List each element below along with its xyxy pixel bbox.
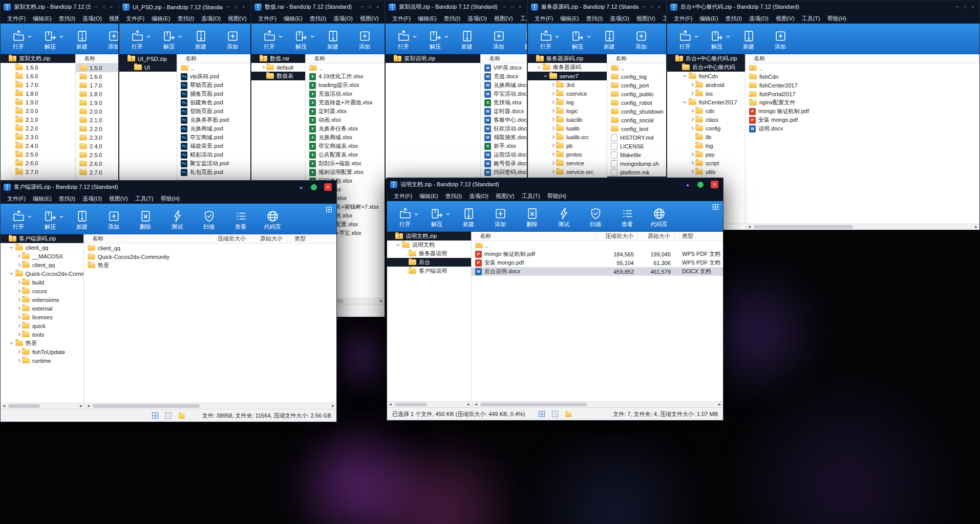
tree-item[interactable]: external (1, 304, 83, 313)
menu-item[interactable]: 编辑(E) (557, 15, 583, 23)
chevron-right-icon[interactable] (260, 64, 266, 70)
scroll-track[interactable] (7, 403, 78, 409)
menu-item[interactable]: 工具(T) (132, 195, 157, 203)
tree-item[interactable]: 1.9.0 (1, 98, 75, 106)
menu-item[interactable]: 查找(I) (442, 192, 465, 200)
menu-item[interactable]: 查找(I) (55, 195, 79, 203)
minimize-button[interactable]: ─ (94, 5, 99, 9)
tree-item[interactable]: 1.5.0 (1, 63, 75, 72)
maximize-button[interactable] (697, 182, 704, 188)
dropdown-arrow-icon[interactable] (59, 35, 63, 38)
file-row[interactable]: W狂欢活动.docx (481, 124, 527, 133)
dropdown-arrow-icon[interactable] (146, 35, 151, 38)
tree-item[interactable]: pay (667, 150, 745, 159)
file-row[interactable]: fishCenter2017 (745, 81, 979, 90)
toolbar-button-open[interactable]: 打开 (121, 25, 153, 54)
menu-item[interactable]: 查找(I) (55, 15, 79, 23)
close-button[interactable]: × (711, 181, 718, 188)
file-row[interactable]: Ps兑换券界面.psd (177, 116, 250, 124)
chevron-right-icon[interactable] (16, 279, 22, 285)
tree-item[interactable]: service-src (528, 167, 607, 176)
toolbar-button-add[interactable]: 添加 (483, 25, 515, 54)
scroll-right-arrow-icon[interactable]: ▶ (465, 402, 472, 407)
menu-item[interactable]: 工具(T) (659, 15, 666, 23)
scroll-thumb[interactable] (754, 225, 853, 229)
chevron-down-icon[interactable] (537, 64, 542, 70)
chevron-right-icon[interactable] (550, 143, 556, 148)
file-row[interactable]: nginx配置文件 (745, 98, 979, 107)
tree-item[interactable]: 1.8.0 (1, 89, 75, 98)
file-row[interactable]: W后台说明.docx459,852461,579DOCX 文档 (472, 267, 723, 276)
toolbar-button-test[interactable]: 测试 (161, 205, 193, 234)
scroll-thumb[interactable] (395, 403, 427, 406)
file-row[interactable]: W充值.docx (481, 72, 527, 81)
scroll-left-arrow-icon[interactable]: ◀ (746, 224, 753, 230)
chevron-right-icon[interactable] (550, 160, 556, 166)
dropdown-arrow-icon[interactable] (694, 35, 698, 38)
dropdown-arrow-icon[interactable] (310, 35, 314, 38)
file-row[interactable]: 1.8.0 (76, 90, 118, 98)
file-row[interactable]: X夺宝商城表.xlsx (306, 142, 385, 150)
close-button[interactable]: × (657, 5, 662, 9)
file-row[interactable]: Ps精彩活动.psd (177, 150, 250, 159)
toolbar-button-add[interactable]: 添加 (98, 25, 118, 54)
file-row[interactable]: W领取抽奖.docx (481, 133, 527, 142)
toolbar-button-open[interactable]: 打开 (530, 25, 562, 54)
column-header-name[interactable]: 名称 (745, 54, 979, 63)
scroll-left-arrow-icon[interactable]: ◀ (387, 402, 394, 407)
scroll-thumb[interactable] (8, 404, 40, 408)
dropdown-arrow-icon[interactable] (28, 35, 32, 38)
menu-item[interactable]: 帮助(H) (544, 192, 570, 200)
file-row[interactable]: config_public (607, 90, 666, 98)
tree-item[interactable]: 2.1.0 (1, 115, 75, 124)
tree-item[interactable]: 后台 (387, 258, 471, 267)
chevron-right-icon[interactable] (550, 134, 556, 140)
file-row[interactable]: HISTORY.md (607, 133, 666, 142)
toolbar-button-delete[interactable]: 删除 (516, 203, 548, 231)
tree-item[interactable]: 1.7.0 (1, 80, 75, 89)
horizontal-scrollbar[interactable]: ◀▶ (387, 402, 472, 407)
file-row[interactable]: P安装 mongo.pdf (745, 116, 979, 124)
toolbar-button-new-archive[interactable]: 新建 (453, 203, 484, 231)
file-row[interactable]: Ps兑换商城.psd (177, 124, 250, 133)
chevron-right-icon[interactable] (16, 314, 22, 320)
horizontal-scrollbar[interactable]: ◀▶ (1, 403, 84, 409)
tree-item[interactable]: service (528, 159, 607, 167)
grid-view-icon[interactable] (152, 412, 158, 419)
menu-item[interactable]: 工具(T) (382, 15, 385, 23)
tree-item[interactable]: class (667, 115, 745, 124)
file-row[interactable]: config_test (607, 124, 666, 133)
chevron-down-icon[interactable] (9, 271, 15, 276)
toolbar-button-extract[interactable]: 解压 (285, 25, 317, 54)
menu-item[interactable]: 选项(O) (745, 15, 772, 23)
file-row[interactable]: 1.9.0 (76, 98, 118, 107)
toolbar-button-scan[interactable]: 扫描 (193, 205, 225, 234)
menu-item[interactable]: 查找(I) (174, 15, 198, 23)
file-row[interactable]: X规则说明配置.xlsx (306, 168, 385, 177)
file-row[interactable]: .. (745, 63, 979, 72)
scroll-track[interactable] (92, 403, 330, 409)
menu-item[interactable]: 选项(O) (330, 15, 356, 23)
file-row[interactable]: X公共配置表.xlsx (306, 150, 385, 159)
tree-item[interactable]: build (1, 278, 83, 287)
file-row[interactable]: Makefile (607, 150, 666, 159)
file-row[interactable]: W兑换商城.docx (481, 81, 527, 90)
scroll-track[interactable] (753, 224, 973, 230)
file-row[interactable]: W找回密码.docx (481, 168, 527, 177)
tree-item[interactable]: 服务器源码.zip (528, 54, 607, 63)
menu-item[interactable]: 查找(I) (722, 15, 745, 23)
column-header-name[interactable]: 名称 (84, 234, 209, 243)
file-row[interactable]: mongodump.sh (607, 159, 666, 168)
tree-item[interactable]: client_qq (1, 243, 83, 252)
titlebar[interactable]: 服务器源码.zip - Bandizip 7.12 (Standard)─□× (528, 1, 666, 13)
chevron-right-icon[interactable] (550, 169, 556, 174)
toolbar-button-new-archive[interactable]: 新建 (317, 25, 349, 54)
menu-item[interactable]: 视图(V) (633, 15, 659, 23)
chevron-right-icon[interactable] (550, 125, 556, 131)
file-row[interactable]: 2.7.0 (76, 168, 118, 177)
titlebar[interactable]: 说明文档.zip - Bandizip 7.12 (Standard)▲× (387, 178, 723, 191)
file-row[interactable]: LICENSE (607, 142, 666, 150)
titlebar[interactable]: 策划说明.zip - Bandizip 7.12 (Standard)─□× (386, 1, 527, 13)
toolbar-button-open[interactable]: 打开 (388, 25, 419, 54)
chevron-right-icon[interactable] (550, 82, 556, 88)
